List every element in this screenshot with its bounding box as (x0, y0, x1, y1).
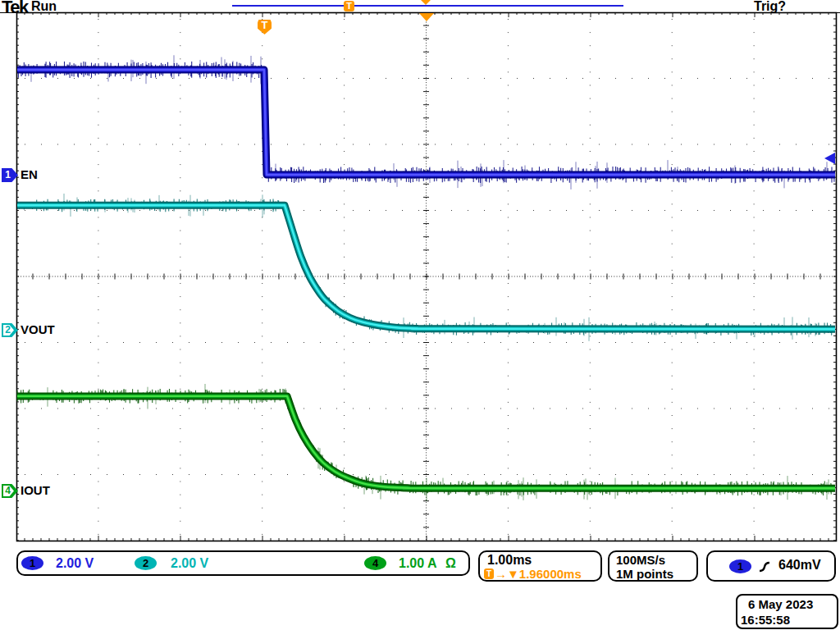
trigger-delay-value: 1.96000ms (519, 567, 582, 581)
expansion-marker-icon: ▼ (507, 567, 519, 581)
acquisition-status: Run (31, 0, 57, 14)
channel4-scale: 1.00 A (399, 556, 437, 571)
trigger-level-value: 640mV (778, 558, 821, 573)
channel4-waveform-label: IOUT (21, 483, 50, 497)
channel1-waveform-label: EN (21, 167, 38, 181)
trigger-level-arrow-icon[interactable] (824, 153, 835, 164)
channel2-waveform-label: VOUT (21, 322, 55, 336)
channel4-badge: 4 (364, 556, 386, 570)
trigger-source-badge: 1 (729, 559, 751, 573)
trigger-delay-readout: T → ▼ 1.96000ms (484, 567, 582, 581)
channel-scale-readout-box: 1 2.00 V 2 2.00 V 4 1.00 A Ω (16, 550, 470, 576)
expansion-point-icon (419, 13, 434, 21)
arrow-right-icon: → (495, 567, 507, 581)
channel2-scale: 2.00 V (171, 556, 208, 571)
timebase-readout-box: 1.00ms T → ▼ 1.96000ms (478, 550, 602, 582)
channel4-marker-number: 4 (2, 485, 14, 497)
sample-rate: 100MS/s (616, 553, 665, 567)
timebase-scale: 1.00ms (487, 553, 532, 568)
date-value: 6 May 2023 (748, 597, 813, 611)
oscilloscope-screen: Tek Run Trig? T T EN VOUT IOUT 1 2 4 1 2… (0, 0, 840, 630)
channel1-scale: 2.00 V (56, 556, 94, 571)
expansion-point-icon-small (421, 0, 431, 5)
record-trigger-position-icon[interactable]: T (344, 1, 354, 11)
channel1-badge: 1 (21, 556, 43, 570)
channel2-badge: 2 (135, 556, 157, 570)
datetime-box: 6 May 2023 16:55:58 (736, 594, 838, 629)
channel4-impedance-symbol: Ω (445, 556, 456, 571)
time-value: 16:55:58 (741, 613, 790, 627)
acquisition-readout-box: 100MS/s 1M points (608, 550, 698, 582)
channel1-marker-number: 1 (2, 169, 14, 181)
rising-edge-slope-icon (757, 559, 772, 578)
trigger-status: Trig? (754, 0, 786, 14)
channel2-marker-number: 2 (2, 324, 14, 336)
waveform-display (0, 0, 840, 630)
trigger-readout-box: 1 640mV (706, 550, 836, 582)
record-length: 1M points (616, 567, 673, 581)
record-view-bar (232, 5, 623, 7)
tek-logo: Tek (2, 0, 28, 18)
trigger-t-icon: T (484, 568, 494, 579)
